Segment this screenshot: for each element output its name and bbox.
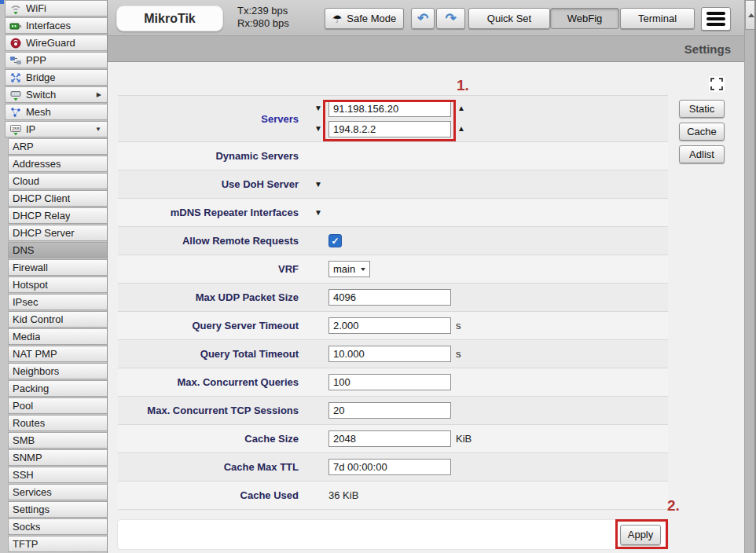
input-cache-max-ttl[interactable] <box>328 459 451 475</box>
sidebar-item-socks[interactable]: Socks <box>8 518 107 535</box>
field-control <box>313 402 451 419</box>
sidebar-item-ip[interactable]: 255IP▼ <box>5 121 107 137</box>
title-band: Settings <box>108 35 744 62</box>
sidebar-item-packing[interactable]: Packing <box>8 380 107 397</box>
chevron-right-icon: ▶ <box>97 91 103 98</box>
bridge-icon <box>9 71 22 84</box>
page-title: Settings <box>684 42 731 56</box>
sidebar-item-cloud[interactable]: Cloud <box>8 173 107 189</box>
sidebar-item-neighbors[interactable]: Neighbors <box>8 363 107 379</box>
up-arrow-icon[interactable]: ▲ <box>456 104 467 112</box>
undo-button[interactable]: ↶ <box>411 8 435 29</box>
sidebar-item-services[interactable]: Services <box>8 484 107 500</box>
form-row-max-concurrent-tcp-sessions: Max. Concurrent TCP Sessions <box>118 397 668 425</box>
sidebar-item-tftp[interactable]: TFTP <box>8 536 107 552</box>
apply-button[interactable]: Apply <box>620 525 661 545</box>
sidebar-item-hotspot[interactable]: Hotspot <box>8 276 107 293</box>
dropdown-arrow-icon[interactable]: ▼ <box>313 104 324 112</box>
field-label: mDNS Repeater Interfaces <box>118 207 313 218</box>
webfig-page: { "colors": { "annotation_red": "#cc2222… <box>0 0 756 553</box>
field-control: ▼ <box>313 209 324 217</box>
field-label: Max UDP Packet Size <box>118 291 313 303</box>
field-label: Dynamic Servers <box>118 150 313 162</box>
form-row-query-server-timeout: Query Server Timeouts <box>118 312 668 340</box>
sidebar-item-label: Settings <box>13 504 50 515</box>
adlist-button[interactable]: Adlist <box>679 145 725 163</box>
sidebar-item-pool[interactable]: Pool <box>8 397 107 414</box>
terminal-button[interactable]: Terminal <box>620 8 695 29</box>
sidebar: WiFiInterfacesWireGuardPPPBridgeSwitch▶M… <box>0 0 108 553</box>
cache-button[interactable]: Cache <box>679 123 725 141</box>
sidebar-item-label: Media <box>13 331 40 342</box>
select-vrf[interactable]: main <box>328 261 370 277</box>
input-max-udp-packet-size[interactable] <box>328 289 451 306</box>
mesh-icon <box>9 106 22 119</box>
vertical-scrollbar[interactable] <box>744 0 756 553</box>
menu-button[interactable] <box>701 7 731 31</box>
wifi-icon <box>9 2 22 15</box>
sidebar-item-ppp[interactable]: PPP <box>5 52 107 68</box>
sidebar-item-label: Cloud <box>13 175 39 187</box>
input-max-concurrent-queries[interactable] <box>328 374 451 390</box>
sidebar-item-mesh[interactable]: Mesh <box>5 104 107 120</box>
field-control: main <box>313 261 370 277</box>
sidebar-item-interfaces[interactable]: Interfaces <box>5 17 107 34</box>
select-value: main <box>333 263 355 275</box>
form-row-cache-max-ttl: Cache Max TTL <box>118 453 668 482</box>
mikrotik-logo[interactable]: MikroTik <box>116 5 223 31</box>
input-query-total-timeout[interactable] <box>328 346 451 362</box>
form-row-max-udp-packet-size: Max UDP Packet Size <box>118 284 668 312</box>
up-arrow-icon[interactable]: ▲ <box>456 125 467 133</box>
chevron-down-icon <box>361 268 365 271</box>
sidebar-item-label: SMB <box>13 434 35 446</box>
input-query-server-timeout[interactable] <box>328 317 451 334</box>
sidebar-item-ipsec[interactable]: IPsec <box>8 294 107 310</box>
ip-icon: 255 <box>9 123 22 136</box>
sidebar-item-switch[interactable]: Switch▶ <box>5 86 107 103</box>
input-max-concurrent-tcp-sessions[interactable] <box>328 402 451 419</box>
webfig-button[interactable]: WebFig <box>550 8 619 29</box>
checkbox[interactable]: ✓ <box>328 234 342 247</box>
dns-server-input-1[interactable] <box>328 101 451 117</box>
sidebar-item-addresses[interactable]: Addresses <box>8 156 107 172</box>
safe-mode-button[interactable]: ☂ Safe Mode <box>325 8 404 29</box>
field-label: Cache Max TTL <box>118 461 313 473</box>
sidebar-item-routes[interactable]: Routes <box>8 415 107 431</box>
content-area: Static Cache Adlist Servers ▼ ▲ ▼ ▲ <box>108 63 744 553</box>
sidebar-item-label: NAT PMP <box>13 348 57 360</box>
sidebar-sub: ARPAddressesCloudDHCP ClientDHCP RelayDH… <box>0 138 107 552</box>
field-label: VRF <box>118 263 313 275</box>
field-control: s <box>313 317 461 334</box>
sidebar-item-firewall[interactable]: Firewall <box>8 259 107 276</box>
sidebar-item-nat-pmp[interactable]: NAT PMP <box>8 346 107 362</box>
static-button[interactable]: Static <box>679 100 725 118</box>
top-toolbar: MikroTik Tx:239 bps Rx:980 bps ☂ Safe Mo… <box>108 0 744 35</box>
sidebar-item-label: DHCP Client <box>13 192 70 204</box>
form-row-max-concurrent-queries: Max. Concurrent Queries <box>118 368 668 397</box>
sidebar-item-media[interactable]: Media <box>8 328 107 345</box>
redo-button[interactable]: ↷ <box>436 8 465 29</box>
sidebar-item-kid-control[interactable]: Kid Control <box>8 311 107 328</box>
sidebar-item-ssh[interactable]: SSH <box>8 467 107 483</box>
dropdown-arrow-icon[interactable]: ▼ <box>313 181 324 189</box>
sidebar-item-wifi[interactable]: WiFi <box>5 0 107 16</box>
sidebar-item-snmp[interactable]: SNMP <box>8 449 107 466</box>
sidebar-item-dns[interactable]: DNS <box>8 242 107 258</box>
dns-server-input-2[interactable] <box>328 121 451 137</box>
dropdown-arrow-icon[interactable]: ▼ <box>313 209 324 217</box>
field-control: ✓ <box>313 234 342 247</box>
sidebar-item-arp[interactable]: ARP <box>8 138 107 155</box>
sidebar-item-dhcp-relay[interactable]: DHCP Relay <box>8 207 107 224</box>
quick-set-button[interactable]: Quick Set <box>468 8 550 29</box>
sidebar-item-bridge[interactable]: Bridge <box>5 69 107 86</box>
input-cache-size[interactable] <box>328 430 451 447</box>
sidebar-item-settings[interactable]: Settings <box>8 501 107 518</box>
sidebar-item-smb[interactable]: SMB <box>8 432 107 449</box>
sidebar-item-dhcp-client[interactable]: DHCP Client <box>8 190 107 207</box>
interfaces-icon <box>9 20 22 32</box>
sidebar-item-wireguard[interactable]: WireGuard <box>5 35 107 51</box>
expand-icon[interactable] <box>709 76 725 92</box>
dropdown-arrow-icon[interactable]: ▼ <box>313 125 324 133</box>
sidebar-item-dhcp-server[interactable]: DHCP Server <box>8 225 107 241</box>
field-control <box>313 374 451 390</box>
